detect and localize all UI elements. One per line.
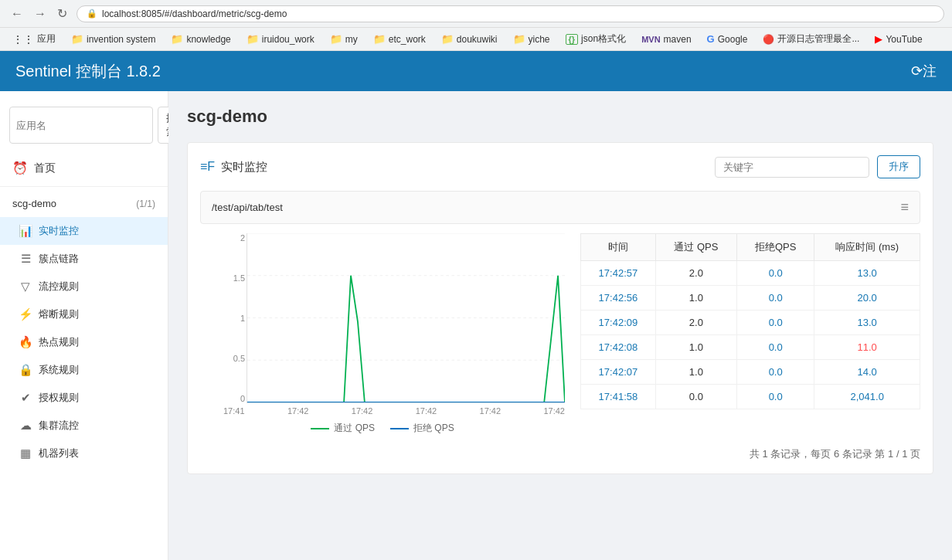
card-actions: 升序 xyxy=(715,155,920,178)
legend-pass: 通过 QPS xyxy=(311,422,375,435)
card-title-text: 实时监控 xyxy=(221,160,267,175)
sidebar-item-label: 集群流控 xyxy=(39,419,79,433)
bookmark-doukuwiki[interactable]: 📁 doukuwiki xyxy=(435,32,504,46)
browser-url[interactable]: 🔒 localhost:8085/#/dashboard/metric/scg-… xyxy=(76,5,944,22)
sidebar-item-label: 机器列表 xyxy=(39,446,79,460)
bookmarks-bar: ⋮⋮ 应用 📁 invention system 📁 knowledge 📁 i… xyxy=(0,28,952,51)
bookmark-kaiyuan[interactable]: 🔴 开源日志管理最全... xyxy=(756,31,865,47)
bookmark-label: json格式化 xyxy=(581,32,626,46)
fire-icon: 🔥 xyxy=(19,335,32,349)
x-label-5: 17:42 xyxy=(480,406,502,416)
table-header-pass: 通过 QPS xyxy=(655,234,736,261)
bookmark-json[interactable]: {} json格式化 xyxy=(559,31,633,47)
cell-rt: 11.0 xyxy=(814,335,920,360)
table-row: 17:41:580.00.02,041.0 xyxy=(581,385,920,409)
bookmark-label: yiche xyxy=(529,34,550,45)
home-icon: ⏰ xyxy=(12,161,28,175)
folder-icon: 📁 xyxy=(441,33,454,45)
bookmark-invention-system[interactable]: 📁 invention system xyxy=(65,32,162,46)
bookmark-my[interactable]: 📁 my xyxy=(324,32,364,46)
bookmark-maven[interactable]: MVN maven xyxy=(635,32,697,46)
bookmark-google[interactable]: G Google xyxy=(701,32,754,46)
cell-time: 17:42:57 xyxy=(581,261,656,286)
table-header-reject: 拒绝QPS xyxy=(736,234,814,261)
cloud-icon: ☁ xyxy=(19,419,32,433)
x-label-4: 17:42 xyxy=(416,406,437,416)
bookmark-youtube[interactable]: ▶ YouTube xyxy=(869,32,928,46)
table-row: 17:42:081.00.011.0 xyxy=(581,335,920,360)
url-text: localhost:8085/#/dashboard/metric/scg-de… xyxy=(102,8,287,19)
bookmark-knowledge[interactable]: 📁 knowledge xyxy=(165,32,236,46)
cell-reject: 0.0 xyxy=(736,311,814,335)
legend-reject-line xyxy=(390,428,409,429)
sidebar-item-flow[interactable]: ▽ 流控规则 xyxy=(0,273,168,300)
sidebar: 搜索 ⏰ 首页 scg-demo (1/1) 📊 实时监控 ☰ 簇点链路 ▽ 流… xyxy=(0,91,168,560)
sidebar-item-machines[interactable]: ▦ 机器列表 xyxy=(0,440,168,467)
nav-refresh-button[interactable]: ↻ xyxy=(54,5,70,22)
nav-forward-button[interactable]: → xyxy=(31,5,49,22)
bookmark-yiche[interactable]: 📁 yiche xyxy=(507,32,556,46)
sidebar-item-cluster[interactable]: ☁ 集群流控 xyxy=(0,412,168,440)
legend-pass-label: 通过 QPS xyxy=(334,422,375,435)
line-chart xyxy=(246,233,565,403)
sidebar-item-label: 热点规则 xyxy=(39,335,79,349)
y-label-05: 0.5 xyxy=(223,354,245,363)
cell-pass: 1.0 xyxy=(655,360,736,385)
sidebar-item-label: 流控规则 xyxy=(39,280,79,294)
upgrade-button[interactable]: 升序 xyxy=(877,155,920,178)
nav-divider xyxy=(0,186,168,187)
page-title: scg-demo xyxy=(187,107,933,127)
cell-rt: 13.0 xyxy=(814,311,920,335)
nav-home-item[interactable]: ⏰ 首页 xyxy=(0,153,168,183)
nav-group-left: scg-demo xyxy=(12,198,56,209)
nav-group-name: scg-demo xyxy=(12,198,56,209)
folder-icon: 📁 xyxy=(246,33,259,45)
legend-reject-label: 拒绝 QPS xyxy=(413,422,454,435)
json-icon: {} xyxy=(566,34,579,45)
table-header-rt: 响应时间 (ms) xyxy=(814,234,920,261)
x-label-2: 17:42 xyxy=(287,406,309,416)
lock-icon: 🔒 xyxy=(19,363,32,377)
x-label-6: 17:42 xyxy=(543,406,565,416)
pagination-text: 共 1 条记录，每页 6 条记录 第 1 / 1 页 xyxy=(750,448,920,460)
nav-group-badge: (1/1) xyxy=(136,199,155,209)
bookmark-etc[interactable]: 📁 etc_work xyxy=(367,32,432,46)
sidebar-item-chain[interactable]: ☰ 簇点链路 xyxy=(0,245,168,273)
sidebar-item-system[interactable]: 🔒 系统规则 xyxy=(0,356,168,384)
cell-reject: 0.0 xyxy=(736,286,814,311)
sidebar-item-realtime[interactable]: 📊 实时监控 xyxy=(0,217,168,245)
resource-menu-icon[interactable]: ≡ xyxy=(900,199,909,216)
google-icon: G xyxy=(707,33,715,45)
kaiyuan-icon: 🔴 xyxy=(763,34,774,45)
bookmark-label: Google xyxy=(718,34,748,45)
app-search-input[interactable] xyxy=(9,107,153,144)
logout-button[interactable]: ⟳注 xyxy=(911,62,937,80)
apps-button[interactable]: ⋮⋮ 应用 xyxy=(6,31,62,47)
cell-pass: 1.0 xyxy=(655,286,736,311)
keyword-input[interactable] xyxy=(715,157,869,178)
nav-back-button[interactable]: ← xyxy=(8,5,26,22)
sidebar-item-auth[interactable]: ✔ 授权规则 xyxy=(0,384,168,412)
bookmark-iruidou[interactable]: 📁 iruidou_work xyxy=(240,32,321,46)
cell-reject: 0.0 xyxy=(736,385,814,409)
list-icon: ☰ xyxy=(19,252,32,266)
browser-nav: ← → ↻ xyxy=(8,5,70,22)
nav-group-scg-demo[interactable]: scg-demo (1/1) xyxy=(0,190,168,217)
table-row: 17:42:572.00.013.0 xyxy=(581,261,920,286)
flow-icon: ▽ xyxy=(19,280,32,294)
folder-icon: 📁 xyxy=(513,33,525,45)
maven-icon: MVN xyxy=(641,35,660,44)
bookmark-label: maven xyxy=(664,34,692,45)
sidebar-item-circuit[interactable]: ⚡ 熔断规则 xyxy=(0,300,168,328)
table-row: 17:42:561.00.020.0 xyxy=(581,286,920,311)
cell-reject: 0.0 xyxy=(736,335,814,360)
y-label-0: 0 xyxy=(223,394,245,403)
search-area: 搜索 xyxy=(0,100,168,153)
logout-icon: ⟳注 xyxy=(911,62,937,80)
app-layout: 搜索 ⏰ 首页 scg-demo (1/1) 📊 实时监控 ☰ 簇点链路 ▽ 流… xyxy=(0,91,952,560)
app-title: Sentinel 控制台 1.8.2 xyxy=(15,61,161,82)
sidebar-item-hotkey[interactable]: 🔥 热点规则 xyxy=(0,328,168,356)
apps-grid-icon: ⋮⋮ xyxy=(12,33,34,46)
cell-pass: 2.0 xyxy=(655,261,736,286)
cell-reject: 0.0 xyxy=(736,360,814,385)
